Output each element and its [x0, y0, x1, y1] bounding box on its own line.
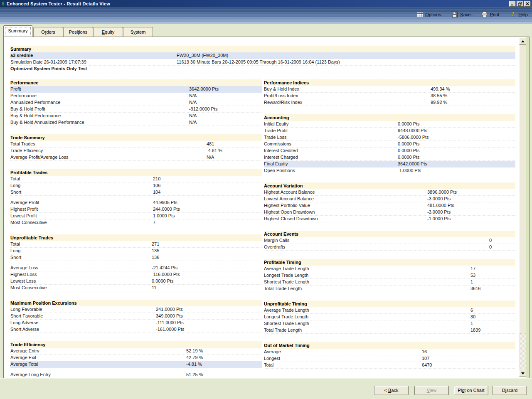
toolbar-print-button[interactable]: Print...: [481, 11, 503, 17]
close-icon[interactable]: [524, 1, 531, 7]
row-value: N/A: [189, 99, 197, 106]
row-label: Average Trade Length: [264, 266, 309, 272]
titlebar[interactable]: $ Enhanced System Tester - Result Detail…: [0, 0, 532, 7]
discard-button[interactable]: Discard: [493, 386, 527, 395]
tab-orders[interactable]: Orders: [33, 27, 63, 37]
section-profitable-timing: Profitable TimingAverage Trade Length17L…: [264, 259, 515, 292]
row-label: Short: [10, 254, 21, 261]
scroll-down-button[interactable]: [519, 370, 526, 377]
back-button[interactable]: < Back: [374, 386, 409, 395]
row-value: 135: [152, 248, 159, 254]
window-title: Enhanced System Tester - Result Details …: [7, 1, 110, 6]
report-row: Open Positions-1.0000 Pts: [264, 167, 515, 174]
report-row: Commissions0.0000 Pts: [264, 141, 515, 148]
footer-bar: < BackViewPlot on ChartDiscard: [0, 378, 532, 399]
row-label: Interest Credited: [264, 148, 298, 154]
report-row: Average Loss-21.4244 Pts: [10, 265, 262, 271]
report-row: Total210: [10, 176, 262, 182]
minimize-button[interactable]: [509, 1, 516, 7]
bars-info: 11613 30 Minute Bars 20-12-2005 09:05 Th…: [177, 59, 340, 65]
row-value: 210: [153, 176, 160, 182]
tab-label: Summary: [8, 28, 27, 33]
report-row: Lowest Account Balance-3.0000 Pts: [264, 196, 515, 202]
row-label: Most Consecutive: [10, 285, 47, 291]
section-performance: PerformanceProfit3642.0000 PtsPerformanc…: [10, 79, 262, 126]
row-label: Total: [264, 362, 273, 368]
row-value: 7: [153, 219, 155, 226]
row-label: Shortest Trade Length: [264, 320, 309, 327]
section-trade-efficiency: Trade EfficiencyAverage Entry52.19 %Aver…: [10, 341, 262, 377]
row-value: -4.81 %: [186, 361, 202, 367]
tab-label: Orders: [41, 30, 55, 34]
row-label: Longest Trade Length: [264, 272, 308, 278]
row-label: Short: [10, 189, 21, 195]
row-value: 53: [470, 272, 475, 278]
row-value: 30: [470, 314, 475, 320]
row-label: Highest Account Balance: [264, 189, 315, 195]
report-row: Long Favorable241.0000 Pts: [10, 306, 262, 313]
row-value: 17: [470, 266, 475, 272]
report-row: Long106: [10, 182, 262, 189]
scroll-up-button[interactable]: [519, 38, 526, 45]
report-row: Trade Profit9448.0000 Pts: [264, 128, 515, 134]
row-value: 0.0000 Pts: [398, 148, 420, 154]
row-label: Long: [10, 182, 20, 189]
arrow-up-icon: [521, 40, 525, 42]
report-row: Highest Profit244.0000 Pts: [10, 206, 262, 213]
report-row: Average16: [264, 349, 515, 355]
scrollbar-thumb[interactable]: [519, 45, 526, 333]
report-row: Most Consecutive7: [10, 219, 262, 226]
row-value: 44.9905 Pts: [153, 200, 177, 206]
tab-summary[interactable]: Summary: [3, 25, 32, 37]
row-value: -111.0000 Pts: [156, 320, 184, 326]
row-label: Short Adverse: [10, 326, 39, 332]
row-value: 1839: [470, 327, 480, 333]
toolbar-save-button[interactable]: Save...: [451, 11, 474, 17]
tab-positions[interactable]: Positions: [63, 27, 93, 37]
row-label: Final Equity: [264, 161, 288, 167]
row-value: 51.25 %: [186, 372, 203, 377]
row-label: Buy & Hold Index: [264, 86, 299, 92]
report-row: PerformanceN/A: [10, 93, 262, 99]
report-row: Highest Portfolio Value481.0000 Pts: [264, 202, 515, 209]
plot-on-chart-button[interactable]: Plot on Chart: [454, 386, 488, 395]
row-label: Highest Profit: [10, 206, 38, 212]
toolbar-options-button[interactable]: Options...: [416, 11, 445, 17]
row-label: Average Entry: [10, 348, 39, 354]
report-row: Highest Closed Drawdown-1.0000 Pts: [264, 216, 515, 222]
row-label: Highest Open Drawdown: [264, 209, 315, 215]
section-out-of-market-timing: Out of Market TimingAverage16Longest107T…: [264, 342, 515, 369]
row-value: 106: [153, 182, 160, 189]
report-row: Total271: [10, 241, 262, 248]
tab-system[interactable]: System: [123, 27, 153, 37]
toolbar-help-button[interactable]: ?Help: [510, 11, 528, 17]
row-label: Long: [10, 248, 20, 254]
tab-equity[interactable]: Equity: [93, 27, 123, 37]
report-left-column: PerformanceProfit3642.0000 PtsPerformanc…: [10, 79, 264, 377]
row-value: 0.0000 Pts: [398, 121, 420, 127]
row-value: 6: [470, 307, 473, 313]
report-row: Longest107: [264, 355, 515, 362]
report-row: Trade Efficiency-4.81 %: [10, 148, 262, 154]
report-row: Shortest Trade Length1: [264, 320, 515, 327]
row-label: Total Trade Length: [264, 327, 302, 333]
report-row: Interest Charged0.0000 Pts: [264, 154, 515, 161]
report-row: Average Trade Length17: [264, 266, 515, 272]
restore-button[interactable]: [517, 1, 523, 7]
row-value: 349.0000 Pts: [156, 313, 183, 319]
vertical-scrollbar[interactable]: [519, 38, 526, 377]
row-value: -3.0000 Pts: [427, 209, 451, 215]
row-label: Average Trade Length: [264, 307, 309, 313]
row-value: 6470: [422, 362, 432, 368]
section-header: Maximum Position Excursions: [10, 300, 262, 306]
row-label: Average Total: [10, 361, 38, 367]
row-label: Average Long Entry: [10, 372, 51, 377]
report-row: Total6470: [264, 362, 515, 369]
test-type: Optimized System Points Only Test: [10, 66, 87, 72]
report-row: Average Exit42.79 %: [10, 355, 262, 361]
section-header: Trade Efficiency: [10, 341, 262, 348]
row-value: 9448.0000 Pts: [398, 128, 427, 134]
row-value: 481.0000 Pts: [427, 202, 454, 209]
row-label: Average Exit: [10, 355, 36, 361]
row-label: Highest Portfolio Value: [264, 202, 310, 209]
